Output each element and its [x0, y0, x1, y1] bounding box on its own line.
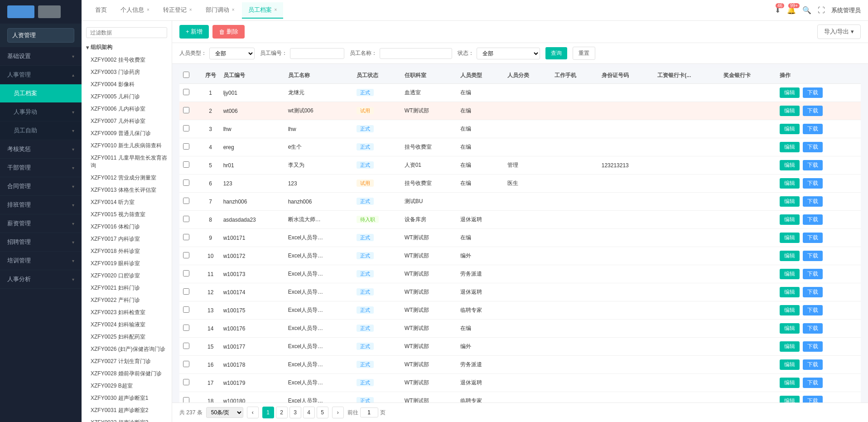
edit-button[interactable]: 编辑 [780, 142, 800, 152]
tree-item[interactable]: XZFY0030 超声诊断室1 [82, 392, 172, 404]
edit-button[interactable]: 编辑 [780, 359, 800, 370]
tree-item[interactable]: XZFY0028 婚前孕前保健门诊 [82, 368, 172, 380]
row-download-button[interactable]: 下载 [803, 396, 823, 403]
tree-item[interactable]: XZFY0019 眼科诊室 [82, 257, 172, 270]
page-btn-1[interactable]: 1 [262, 407, 274, 418]
tree-item[interactable]: XZFY0011 儿童早期生长发育咨询 [82, 152, 172, 172]
tree-item[interactable]: XZFY0031 超声诊断室2 [82, 404, 172, 417]
tree-item[interactable]: XZFY0003 门诊药房 [82, 66, 172, 78]
tree-item[interactable]: XZFY0002 挂号收费室 [82, 54, 172, 66]
tree-item[interactable]: XZFY0021 妇科门诊 [82, 282, 172, 294]
row-checkbox[interactable] [183, 379, 189, 385]
row-download-button[interactable]: 下载 [803, 378, 823, 388]
search-icon[interactable]: 🔍 [802, 6, 811, 15]
row-checkbox[interactable] [183, 143, 189, 150]
row-download-button[interactable]: 下载 [803, 106, 823, 116]
row-download-button[interactable]: 下载 [803, 142, 823, 152]
tree-item[interactable]: XZFY0025 妇科配药室 [82, 331, 172, 343]
tree-item[interactable]: XZFY0005 儿科门诊 [82, 91, 172, 103]
tree-item[interactable]: XZFY0020 口腔诊室 [82, 270, 172, 282]
page-size-select[interactable]: 50条/页 10条/页 20条/页 100条/页 [206, 407, 243, 418]
row-download-button[interactable]: 下载 [803, 124, 823, 134]
sidebar-item-jichushezhi[interactable]: 基础设置 ▾ [0, 47, 82, 66]
tree-item[interactable]: XZFY0013 体格生长评估室 [82, 184, 172, 196]
page-btn-4[interactable]: 4 [303, 407, 315, 418]
delete-button[interactable]: 🗑 删除 [212, 25, 245, 39]
edit-button[interactable]: 编辑 [780, 214, 800, 225]
tab-personal[interactable]: 个人信息 × [114, 2, 156, 19]
tree-item[interactable]: XZFY0027 计划生育门诊 [82, 355, 172, 368]
tree-item[interactable]: XZFY0009 普通儿保门诊 [82, 127, 172, 140]
row-checkbox[interactable] [183, 198, 189, 204]
sidebar-item-yuangongzizhu[interactable]: 员工自助 ▾ [0, 121, 82, 140]
tree-item[interactable]: XZFY0026 (妇产)保健咨询门诊 [82, 343, 172, 355]
row-download-button[interactable]: 下载 [803, 178, 823, 189]
edit-button[interactable]: 编辑 [780, 251, 800, 261]
edit-button[interactable]: 编辑 [780, 305, 800, 315]
tree-item[interactable]: XZFY0029 B超室 [82, 380, 172, 392]
tab-home[interactable]: 首页 [89, 2, 113, 19]
tree-item[interactable]: XZFY0006 儿内科诊室 [82, 103, 172, 115]
staff-no-input[interactable] [290, 48, 344, 59]
tree-item[interactable]: XZFY0016 体检门诊 [82, 221, 172, 233]
tree-item[interactable]: XZFY0004 影像科 [82, 78, 172, 91]
row-checkbox[interactable] [183, 343, 189, 349]
tree-item[interactable]: XZFY0015 视力筛查室 [82, 209, 172, 221]
sidebar-item-renshiyidong[interactable]: 人事异动 ▾ [0, 103, 82, 121]
user-management-label[interactable]: 人资管理 [7, 28, 74, 43]
page-btn-5[interactable]: 5 [317, 407, 328, 418]
row-download-button[interactable]: 下载 [803, 196, 823, 207]
tree-item[interactable]: XZFY0024 妇科输液室 [82, 319, 172, 331]
row-download-button[interactable]: 下载 [803, 341, 823, 352]
page-btn-3[interactable]: 3 [289, 407, 301, 418]
tab-personal-close[interactable]: × [147, 7, 149, 12]
reset-button[interactable]: 重置 [573, 47, 595, 60]
row-checkbox[interactable] [183, 397, 189, 403]
staff-type-select[interactable]: 全部 正式 试用 待入职 退休返聘 编外 劳务派遣 临聘专家 [209, 48, 255, 59]
sidebar-item-zhaopin[interactable]: 招聘管理 ▾ [0, 233, 82, 252]
status-select[interactable]: 全部 在编 编外 医生 管理 劳务派遣 退休返聘 临聘专家 [477, 48, 540, 59]
row-checkbox[interactable] [183, 252, 189, 258]
row-download-button[interactable]: 下载 [803, 214, 823, 225]
tab-transfer[interactable]: 转正登记 × [157, 2, 198, 19]
sidebar-item-ganbu[interactable]: 干部管理 ▾ [0, 159, 82, 177]
edit-button[interactable]: 编辑 [780, 106, 800, 116]
row-download-button[interactable]: 下载 [803, 323, 823, 334]
row-checkbox[interactable] [183, 216, 189, 222]
tree-item[interactable]: XZFY0010 新生儿疾病筛查科 [82, 140, 172, 152]
add-button[interactable]: + 新增 [179, 25, 209, 39]
tree-item[interactable]: XZFY0018 外科诊室 [82, 245, 172, 257]
row-checkbox[interactable] [183, 325, 189, 331]
edit-button[interactable]: 编辑 [780, 341, 800, 352]
row-download-button[interactable]: 下载 [803, 359, 823, 370]
sidebar-item-renshifenxi[interactable]: 人事分析 ▾ [0, 270, 82, 289]
tree-section-org[interactable]: ▾ 组织架构 [82, 41, 172, 54]
edit-button[interactable]: 编辑 [780, 160, 800, 170]
row-download-button[interactable]: 下载 [803, 233, 823, 243]
sidebar-item-kaohejiangli[interactable]: 考核奖惩 ▾ [0, 140, 82, 159]
row-checkbox[interactable] [183, 161, 189, 168]
page-btn-2[interactable]: 2 [276, 407, 288, 418]
row-checkbox[interactable] [183, 125, 189, 131]
tab-dept-close[interactable]: × [232, 7, 235, 12]
row-checkbox[interactable] [183, 107, 189, 113]
tree-item[interactable]: XZFY0032 超声诊断室3 [82, 417, 172, 422]
sidebar-item-hetong[interactable]: 合同管理 ▾ [0, 177, 82, 196]
edit-button[interactable]: 编辑 [780, 396, 800, 403]
edit-button[interactable]: 编辑 [780, 287, 800, 297]
edit-button[interactable]: 编辑 [780, 178, 800, 189]
row-checkbox[interactable] [183, 234, 189, 240]
edit-button[interactable]: 编辑 [780, 124, 800, 134]
row-checkbox[interactable] [183, 288, 189, 295]
sidebar-item-yuangongdangan[interactable]: 员工档案 [0, 84, 82, 103]
select-all-checkbox[interactable] [183, 72, 189, 78]
row-download-button[interactable]: 下载 [803, 251, 823, 261]
sidebar-item-renshiguanli[interactable]: 人事管理 ▴ [0, 66, 82, 84]
tree-item[interactable]: XZFY0012 营业成分测量室 [82, 172, 172, 184]
prev-page-btn[interactable]: ‹ [247, 407, 259, 418]
tree-item[interactable]: XZFY0017 内科诊室 [82, 233, 172, 245]
download-badge-wrap[interactable]: ⬇ 46 [775, 6, 781, 15]
row-checkbox[interactable] [183, 270, 189, 276]
goto-input[interactable] [360, 407, 378, 417]
sidebar-item-paiban[interactable]: 排班管理 ▾ [0, 196, 82, 214]
